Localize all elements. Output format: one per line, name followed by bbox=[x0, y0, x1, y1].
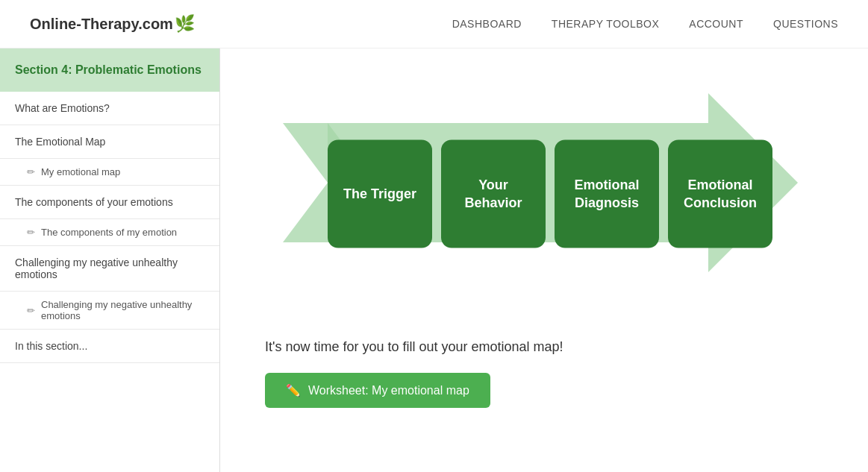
step-box: Your Behavior bbox=[441, 140, 546, 248]
pencil-icon: ✏ bbox=[27, 166, 35, 177]
step-box: Emotional Conclusion bbox=[668, 140, 772, 248]
emotional-map-diagram: The TriggerYour BehaviorEmotional Diagno… bbox=[283, 78, 805, 309]
nav-item-questions[interactable]: QUESTIONS bbox=[773, 18, 838, 30]
sidebar-subitem[interactable]: ✏Challenging my negative unhealthy emoti… bbox=[0, 292, 219, 330]
sidebar-subitem-label: The components of my emotion bbox=[41, 227, 177, 238]
main-nav: DASHBOARDTHERAPY TOOLBOXACCOUNTQUESTIONS bbox=[452, 18, 838, 30]
header: Online-Therapy.com 🌿 DASHBOARDTHERAPY TO… bbox=[0, 0, 868, 48]
sidebar-item[interactable]: What are Emotions? bbox=[0, 92, 219, 125]
nav-item-therapy-toolbox[interactable]: THERAPY TOOLBOX bbox=[552, 18, 659, 30]
sidebar-item[interactable]: Challenging my negative unhealthy emotio… bbox=[0, 246, 219, 292]
page-layout: Section 4: Problematic Emotions What are… bbox=[0, 48, 868, 472]
step-box: The Trigger bbox=[328, 140, 432, 248]
logo-leaf-icon: 🌿 bbox=[175, 14, 195, 34]
worksheet-btn-label: Worksheet: My emotional map bbox=[308, 384, 469, 397]
pencil-icon: ✏ bbox=[27, 305, 35, 316]
steps-row: The TriggerYour BehaviorEmotional Diagno… bbox=[328, 140, 772, 248]
step-box: Emotional Diagnosis bbox=[555, 140, 659, 248]
sidebar-item[interactable]: In this section... bbox=[0, 330, 219, 363]
nav-item-dashboard[interactable]: DASHBOARD bbox=[452, 18, 522, 30]
pencil-icon: ✏️ bbox=[286, 383, 301, 397]
cta-text: It's now time for you to fill out your e… bbox=[265, 339, 823, 355]
sidebar-subitem-label: My emotional map bbox=[41, 166, 120, 177]
nav-item-account[interactable]: ACCOUNT bbox=[689, 18, 743, 30]
sidebar: Section 4: Problematic Emotions What are… bbox=[0, 48, 220, 472]
sidebar-subitem[interactable]: ✏My emotional map bbox=[0, 159, 219, 186]
sidebar-section-header: Section 4: Problematic Emotions bbox=[0, 48, 219, 92]
pencil-icon: ✏ bbox=[27, 227, 35, 238]
worksheet-button[interactable]: ✏️ Worksheet: My emotional map bbox=[265, 373, 490, 408]
sidebar-subitem-label: Challenging my negative unhealthy emotio… bbox=[41, 299, 204, 321]
logo: Online-Therapy.com 🌿 bbox=[30, 14, 195, 34]
sidebar-item[interactable]: The Emotional Map bbox=[0, 125, 219, 159]
main-content: The TriggerYour BehaviorEmotional Diagno… bbox=[220, 48, 868, 472]
logo-text: Online-Therapy.com bbox=[30, 16, 173, 33]
sidebar-item[interactable]: The components of your emotions bbox=[0, 186, 219, 219]
sidebar-subitem[interactable]: ✏The components of my emotion bbox=[0, 219, 219, 246]
